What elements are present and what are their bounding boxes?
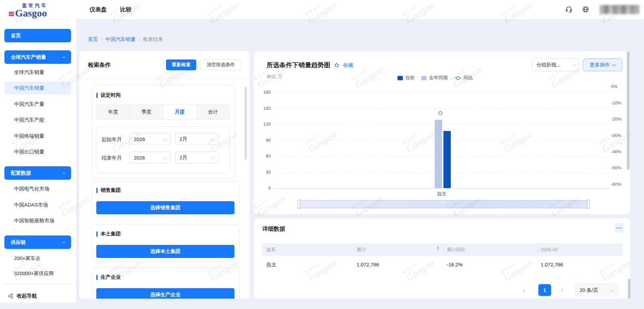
accent-bar [96, 275, 98, 280]
legend-yoy[interactable]: 同比 [454, 75, 473, 81]
sales-group-section: 销售集团 选择销售集团 [91, 181, 239, 218]
y-axis-tick: 30 [253, 170, 271, 175]
chevron-down-icon [610, 288, 614, 292]
tab-total[interactable]: 合计 [197, 105, 229, 119]
sidebar-section-config-data[interactable]: 配置数据 – [4, 166, 71, 180]
sidebar-item-china-auto-production[interactable]: 中国汽车产量 [4, 98, 71, 111]
favorite-label[interactable]: 收藏 [343, 62, 353, 69]
pagination-next-button[interactable]: › [561, 285, 563, 294]
y-axis-tick: 90 [253, 138, 271, 143]
more-actions-button[interactable]: 更多操作 [583, 58, 623, 71]
star-favorite-icon[interactable] [334, 62, 340, 68]
yoy-marker[interactable] [438, 111, 442, 115]
gasgoo-logo[interactable]: 盖世汽车 Gasgoo [9, 3, 62, 18]
sidebar-item-home[interactable]: 首页 [4, 29, 71, 42]
select-sales-group-button[interactable]: 选择销售集团 [96, 201, 234, 214]
time-setting-section: 设定时间 年度 季度 月度 合计 起始年月 2026 2月 结束年月 [91, 85, 235, 178]
end-year-select[interactable]: 2026 [129, 151, 170, 164]
cell-cumulative: 1,072,766 [357, 256, 379, 273]
breadcrumb: 首页 / 中国汽车销量 / 检索结果 [88, 36, 163, 43]
end-date-label: 结束年月 [102, 155, 122, 161]
filter-scrollbar-thumb[interactable] [245, 87, 247, 160]
page-size-value: 20 条/页 [580, 287, 598, 294]
pagination-prev-button[interactable]: ‹ [523, 285, 525, 294]
table-scrollbar-thumb[interactable] [628, 279, 631, 299]
sidebar-item-320000-suppliers[interactable]: 320000+家供应商 [4, 267, 71, 280]
legend-last-year[interactable]: 去年同期 [421, 75, 448, 81]
tab-quarterly[interactable]: 季度 [130, 105, 163, 119]
collapse-nav-icon [7, 293, 14, 299]
sidebar-section-supply-chain[interactable]: 供应链 – [4, 235, 71, 249]
column-header-faction[interactable]: 派系 [266, 244, 276, 256]
collapse-minus-icon[interactable]: – [62, 50, 65, 64]
column-header-month[interactable]: 2026-02 [541, 244, 558, 256]
sidebar-item-china-terminal-sales[interactable]: 中国终端销量 [4, 130, 71, 142]
tab-dashboard[interactable]: 仪表盘 [90, 0, 107, 19]
sidebar-item-china-auto-sales[interactable]: 中国汽车销量 [4, 82, 71, 94]
sidebar-item-china-electrification[interactable]: 中国电气化市场 [4, 182, 71, 195]
divider [79, 78, 250, 78]
cell-month-value: 1,072,766 [541, 256, 563, 273]
logo-slash-icon [9, 11, 14, 16]
breadcrumb-china-auto-sales[interactable]: 中国汽车销量 [105, 36, 136, 43]
legend-swatch-current [397, 76, 403, 80]
manufacturer-title: 生产企业 [101, 274, 121, 280]
accent-bar [96, 188, 98, 193]
sidebar-item-china-cockpit[interactable]: 中国智能座舱市场 [4, 214, 71, 227]
sidebar-item-label: 首页 [11, 33, 21, 38]
tab-yearly[interactable]: 年度 [97, 105, 130, 119]
pagination: ‹ 1 › 20 条/页 [254, 284, 630, 296]
data-zoom-grip[interactable] [441, 201, 444, 203]
sales-group-title: 销售集团 [101, 187, 121, 193]
clear-filters-button[interactable]: 清空筛选条件 [200, 59, 241, 70]
breadcrumb-home[interactable]: 首页 [88, 36, 98, 43]
data-zoom-slider[interactable] [299, 200, 589, 208]
legend-label: 去年同期 [429, 75, 448, 81]
bar-current[interactable] [443, 131, 451, 188]
select-local-group-button[interactable]: 选择本土集团 [96, 245, 234, 258]
pagination-page-1[interactable]: 1 [538, 284, 551, 296]
sort-icon[interactable] [437, 246, 439, 250]
chevron-down-icon [163, 137, 167, 141]
filter-title: 检索条件 [88, 61, 111, 69]
collapse-minus-icon[interactable]: – [62, 166, 65, 180]
globe-language-icon[interactable] [582, 6, 589, 13]
sidebar-item-china-adas[interactable]: 中国ADAS市场 [4, 198, 71, 211]
chart-legend: 当前 去年同期 同比 [397, 75, 473, 81]
tab-compare[interactable]: 比较 [120, 0, 131, 19]
sidebar-divider [3, 284, 72, 284]
column-header-cumulative-yoy[interactable]: 累计同比 [447, 244, 466, 256]
sidebar-item-200-automakers[interactable]: 200+家车企 [4, 252, 71, 265]
sidebar-section-global-production-sales[interactable]: 全球汽车产销量 – [4, 50, 71, 64]
research-button[interactable]: 重新检索 [166, 59, 196, 70]
column-divider [538, 247, 538, 253]
collapse-minus-icon[interactable]: – [62, 235, 65, 249]
end-month-select[interactable]: 2月 [175, 151, 218, 164]
select-manufacturer-button[interactable]: 选择生产企业 [96, 288, 234, 299]
page-size-select[interactable]: 20 条/页 [575, 284, 618, 296]
table-row[interactable]: 自主 1,072,766 -16.2% 1,072,766 [262, 256, 622, 273]
start-month-select[interactable]: 2月 [175, 133, 218, 145]
sidebar-section-label: 全球汽车产销量 [11, 54, 46, 60]
chart-type-select[interactable]: 分组折线... [532, 58, 579, 71]
start-year-select[interactable]: 2026 [129, 133, 170, 145]
main-scrollbar-thumb[interactable] [627, 51, 630, 170]
sidebar-item-global-auto-sales[interactable]: 全球汽车销量 [4, 66, 71, 79]
tab-monthly[interactable]: 月度 [163, 105, 197, 119]
y-axis-tick: 60 [253, 153, 271, 159]
local-group-title: 本土集团 [101, 231, 121, 237]
right-axis-tick: -60% [611, 182, 631, 187]
user-account-blurred[interactable] [600, 5, 639, 14]
sidebar-item-china-export-sales[interactable]: 中国出口销量 [4, 145, 71, 158]
data-zoom-right-handle[interactable] [587, 200, 590, 209]
collapse-nav-button[interactable]: 收起导航 [7, 292, 37, 300]
bar-last-year[interactable] [435, 120, 442, 188]
table-more-button[interactable]: ··· [614, 223, 624, 233]
sidebar-item-china-auto-capacity[interactable]: 中国汽车产能 [4, 114, 71, 126]
legend-current[interactable]: 当前 [397, 75, 415, 81]
support-headset-icon[interactable] [565, 6, 573, 13]
column-header-cumulative[interactable]: 累计 [357, 244, 366, 256]
data-zoom-left-handle[interactable] [298, 200, 300, 209]
detail-data-card: 详细数据 ··· 派系 累计 累计同比 2026-02 自主 1,072,766… [254, 218, 630, 299]
sidebar: 盖世汽车 Gasgoo 首页 全球汽车产销量 – 全球汽车销量 中国汽车销量 中… [0, 0, 76, 303]
